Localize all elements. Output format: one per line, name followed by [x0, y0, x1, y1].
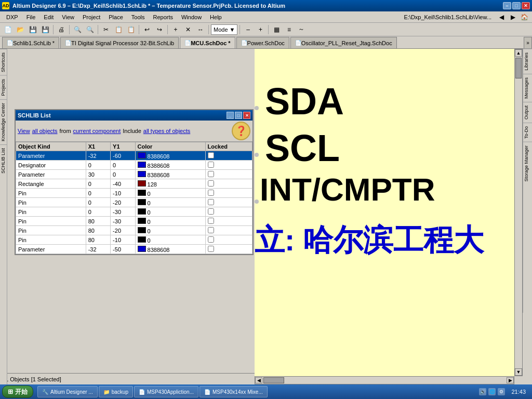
view-link[interactable]: View	[18, 128, 30, 134]
sidebar-output[interactable]: Output	[523, 102, 532, 123]
col-x1[interactable]: X1	[86, 142, 110, 151]
cell-locked[interactable]	[205, 161, 252, 170]
cell-locked[interactable]	[205, 207, 252, 217]
tab-mcu[interactable]: 📄 MCU.SchDoc *	[180, 37, 235, 48]
horizontal-scrollbar[interactable]: ◀ ▶	[255, 376, 514, 384]
scroll-up-button[interactable]: ▲	[515, 49, 522, 57]
table-row[interactable]: Parameter-32-50 8388608	[16, 245, 252, 254]
table-row[interactable]: Parameter300 8388608	[16, 170, 252, 179]
menu-file[interactable]: File	[22, 13, 40, 21]
sidebar-shortcuts[interactable]: Shortcuts	[0, 49, 7, 75]
wire-button[interactable]: ～	[296, 24, 307, 35]
sidebar-messages[interactable]: Messages	[523, 74, 532, 102]
move-button[interactable]: ↔	[195, 24, 206, 35]
sidebar-storage[interactable]: Storage Manager	[523, 142, 532, 185]
cell-locked[interactable]	[205, 217, 252, 226]
undo-button[interactable]: ↩	[141, 24, 153, 35]
addr-forward-button[interactable]: ▶	[507, 12, 518, 22]
delete-button[interactable]: ✕	[182, 24, 194, 35]
cell-locked[interactable]	[205, 245, 252, 254]
col-y1[interactable]: Y1	[111, 142, 135, 151]
tab-overflow-button[interactable]: »	[524, 37, 532, 48]
table-row[interactable]: Pin80-30 0	[16, 217, 252, 226]
print-button[interactable]: 🖨	[56, 24, 67, 35]
current-component-link[interactable]: current component	[73, 128, 121, 134]
col-color[interactable]: Color	[135, 142, 205, 151]
cell-locked[interactable]	[205, 179, 252, 189]
redo-button[interactable]: ↪	[154, 24, 165, 35]
paste-button[interactable]: 📋	[125, 24, 137, 35]
schematic-canvas[interactable]: SDA SCL INT/CMPTR 立: 哈尔滨工程大	[255, 49, 523, 376]
start-button[interactable]: ⊞ 开始	[2, 385, 33, 398]
table-row[interactable]: Parameter-32-60 8388608	[16, 151, 252, 161]
table-row[interactable]: Rectangle0-40 128	[16, 179, 252, 189]
save-all-button[interactable]: 💾	[39, 24, 51, 35]
cell-locked[interactable]	[205, 235, 252, 245]
all-objects-link[interactable]: all objects	[32, 128, 58, 134]
open-button[interactable]: 📂	[15, 24, 26, 35]
plus-button[interactable]: +	[255, 24, 266, 35]
new-button[interactable]: 📄	[2, 24, 14, 35]
zoom-in-button[interactable]: 🔍	[72, 24, 83, 35]
menu-view[interactable]: View	[58, 13, 78, 21]
zoom-out-button[interactable]: 🔍	[84, 24, 96, 35]
taskbar-altium[interactable]: 🔧 Altium Designer ...	[37, 386, 98, 397]
addr-home-button[interactable]: 🏠	[518, 12, 530, 22]
layer-button[interactable]: ≡	[283, 24, 295, 35]
vertical-scrollbar[interactable]: ▲ ▼	[514, 49, 523, 376]
cell-locked[interactable]	[205, 226, 252, 235]
copy-button[interactable]: 📋	[113, 24, 124, 35]
sidebar-schlib[interactable]: SCHLIB List	[0, 144, 7, 177]
addr-back-button[interactable]: ◀	[496, 12, 507, 22]
table-row[interactable]: Pin80-10 0	[16, 235, 252, 245]
taskbar-msp430-2[interactable]: 📄 MSP430x14xx Mixe...	[200, 386, 268, 397]
scroll-down-button[interactable]: ▼	[515, 368, 522, 376]
table-row[interactable]: Pin0-10 0	[16, 189, 252, 198]
sidebar-libraries[interactable]: Libraries	[523, 49, 532, 74]
all-types-link[interactable]: all types of objects	[143, 128, 191, 134]
taskbar-msp430-1[interactable]: 📄 MSP430Appliction...	[134, 386, 198, 397]
table-row[interactable]: Pin80-20 0	[16, 226, 252, 235]
menu-help[interactable]: Help	[206, 13, 226, 21]
table-row[interactable]: Pin0-30 0	[16, 207, 252, 217]
vscroll-thumb[interactable]	[515, 58, 522, 78]
table-row[interactable]: Designator00 8388608	[16, 161, 252, 170]
minimize-button[interactable]: –	[503, 2, 511, 9]
hscroll-thumb[interactable]	[263, 377, 284, 383]
sidebar-projects[interactable]: Projects	[0, 75, 7, 99]
tab-schlib1[interactable]: 📄 Schlib1.SchLib *	[2, 37, 59, 48]
cell-locked[interactable]	[205, 170, 252, 179]
save-button[interactable]: 💾	[27, 24, 38, 35]
menu-edit[interactable]: Edit	[39, 13, 58, 21]
place-button[interactable]: +	[170, 24, 181, 35]
minus-button[interactable]: –	[242, 24, 254, 35]
scroll-right-button[interactable]: ▶	[507, 377, 514, 383]
schlib-float-button[interactable]: □	[235, 112, 242, 119]
schlib-minimize-button[interactable]: _	[227, 112, 234, 119]
tab-power[interactable]: 📄 Power.SchDoc	[236, 37, 289, 48]
col-locked[interactable]: Locked	[205, 142, 252, 151]
scroll-left-button[interactable]: ◀	[255, 377, 262, 383]
tab-oscillator[interactable]: 📄 Oscillator_PLL_Reset_Jtag.SchDoc	[290, 37, 397, 48]
sidebar-knowledge[interactable]: Knowledge Center	[0, 99, 7, 144]
taskbar-backup[interactable]: 📁 backup	[99, 386, 133, 397]
menu-window[interactable]: Window	[177, 13, 206, 21]
grid-button[interactable]: ▦	[271, 24, 282, 35]
col-object-kind[interactable]: Object Kind	[16, 142, 86, 151]
cell-locked[interactable]	[205, 198, 252, 207]
maximize-button[interactable]: □	[512, 2, 521, 9]
menu-project[interactable]: Project	[78, 13, 104, 21]
table-row[interactable]: Pin0-20 0	[16, 198, 252, 207]
mode-dropdown[interactable]: Mode ▼	[211, 24, 237, 35]
cell-locked[interactable]	[205, 189, 252, 198]
menu-place[interactable]: Place	[104, 13, 127, 21]
schlib-close-button[interactable]: ✕	[243, 112, 250, 119]
menu-tools[interactable]: Tools	[127, 13, 149, 21]
tab-ti-dsp[interactable]: 📄 TI Digital Signal Processor 32-Bit.Sch…	[60, 37, 179, 48]
sidebar-todo[interactable]: To-Do	[523, 123, 532, 142]
close-button[interactable]: ✕	[522, 2, 530, 9]
menu-dxp[interactable]: DXP	[2, 13, 22, 21]
cut-button[interactable]: ✂	[100, 24, 112, 35]
cell-locked[interactable]	[205, 151, 252, 161]
menu-reports[interactable]: Reports	[149, 13, 177, 21]
